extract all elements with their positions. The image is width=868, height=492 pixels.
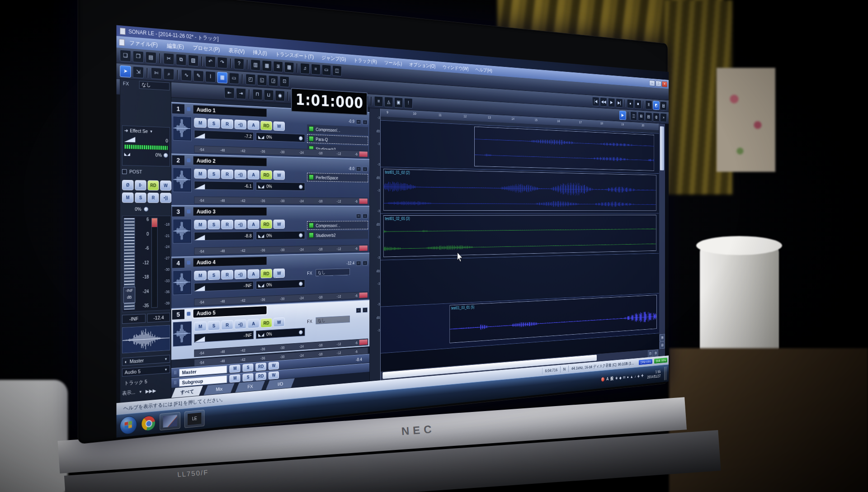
toolbar-button[interactable]: ⇥ <box>236 88 246 99</box>
toolbar-button[interactable]: ⌕ <box>164 68 175 80</box>
track-s-button[interactable]: S <box>208 270 220 280</box>
toolbar-button[interactable]: ♫ <box>300 63 310 74</box>
menu-item[interactable]: 編集(E) <box>162 42 189 51</box>
chevron-down-icon[interactable]: ▼ <box>150 129 153 133</box>
toolbar-button[interactable]: |◀ <box>592 97 599 106</box>
toolbar-button[interactable]: ◬ <box>384 97 393 108</box>
toolbar-button[interactable]: ➤ <box>120 65 131 77</box>
audio-clip[interactable] <box>474 127 654 171</box>
track-name[interactable]: Audio 1 <box>193 105 267 117</box>
inspector-button[interactable]: Ø <box>122 180 134 190</box>
toolbar-button[interactable]: ◰ <box>245 74 255 85</box>
toolbar-button[interactable]: ◉ <box>275 90 285 101</box>
track-r-button[interactable]: R <box>221 320 233 330</box>
toolbar-button[interactable]: ◀◀ <box>600 97 607 107</box>
toolbar-button[interactable]: ▩ <box>284 62 294 73</box>
track-a-button[interactable]: A <box>248 319 259 329</box>
track-name[interactable]: Audio 2 <box>193 156 267 166</box>
track-rd-button[interactable]: RD <box>260 220 272 229</box>
audio-clip[interactable]: test01_02_01 (3) <box>383 215 656 257</box>
track-w-button[interactable]: W <box>274 121 285 131</box>
track-w-button[interactable]: W <box>274 317 285 327</box>
toolbar-button[interactable]: ≡ <box>374 96 383 107</box>
minimize-fx-icon[interactable]: ─ <box>356 308 361 312</box>
track-w-button[interactable]: W <box>274 170 285 180</box>
hscroll-zoom-in[interactable]: ⊞ <box>653 350 658 356</box>
track-name[interactable]: Audio 4 <box>193 257 267 267</box>
minimize-fx-icon[interactable]: ─ <box>356 260 361 265</box>
inspector-button[interactable]: M <box>122 193 134 203</box>
fx-none-value[interactable]: なし <box>316 316 350 324</box>
track-selector[interactable]: Audio 5 ▼ <box>122 365 170 377</box>
toolbar-button[interactable]: ◍ <box>653 113 659 122</box>
tray-icon[interactable]: ♪ <box>635 374 636 378</box>
track-a-button[interactable]: A <box>248 170 259 180</box>
track-rd-button[interactable]: RD <box>260 121 272 130</box>
track-m-button[interactable]: M <box>194 169 206 178</box>
bus-s-button[interactable]: S <box>243 373 254 382</box>
ime-mode[interactable]: 般 <box>610 375 613 382</box>
pan-slider[interactable]: ◣◢0% <box>256 279 305 289</box>
restore-fx-icon[interactable]: ▫ <box>363 166 368 171</box>
pan-slider[interactable]: ◣◢0% <box>256 328 305 339</box>
menu-item[interactable]: ジャンプ(G) <box>318 54 350 63</box>
toolbar-button[interactable]: ❏ <box>120 50 131 62</box>
fx-chip[interactable]: Para-Q <box>307 134 368 145</box>
toolbar-button[interactable]: ◲ <box>269 75 278 86</box>
toolbar-button[interactable]: ▶| <box>616 98 623 108</box>
track-m-button[interactable]: M <box>194 118 206 128</box>
toolbar-button[interactable]: ▶ <box>619 111 626 120</box>
toolbar-button[interactable]: ❐ <box>133 51 144 63</box>
toolbar-button[interactable]: ⧉ <box>176 54 186 66</box>
toolbar-button[interactable]: ◩ <box>653 101 659 110</box>
inspector-pan-knob[interactable] <box>144 207 148 212</box>
minimize-button[interactable]: ─ <box>650 80 655 86</box>
volume-slider[interactable]: -6.1 <box>194 181 254 190</box>
volume-slider[interactable]: -7.2 <box>194 130 254 141</box>
restore-fx-icon[interactable]: ▫ <box>363 213 368 218</box>
toolbar-button[interactable]: ⊓ <box>253 89 263 100</box>
hscroll-zoom-out[interactable]: ⊟ <box>648 350 653 357</box>
toolbar-button[interactable]: ≣ <box>274 61 283 72</box>
taskbar-app-sonar[interactable]: LE <box>184 410 205 428</box>
zoom-out-button[interactable]: ⊟ <box>660 341 665 349</box>
toolbar-button[interactable]: ? <box>234 58 244 70</box>
toolbar-button[interactable]: ▦ <box>262 60 272 72</box>
inspector-fx-bin[interactable]: なし <box>139 81 170 90</box>
track-rd-button[interactable]: RD <box>260 170 272 180</box>
tray-icon[interactable]: ◈ <box>637 374 640 378</box>
toolbar-button[interactable]: ✄ <box>151 67 162 80</box>
vertical-scroll-thumb[interactable] <box>660 126 664 170</box>
toolbar-button[interactable]: I <box>205 71 216 83</box>
toolbar-button[interactable]: » <box>660 113 667 122</box>
inspector-button[interactable]: W <box>160 180 171 191</box>
inspector-button[interactable]: R <box>147 193 159 203</box>
taskbar-app-window[interactable] <box>160 412 180 430</box>
chrome-icon[interactable] <box>141 415 156 431</box>
track-s-button[interactable]: S <box>208 321 220 331</box>
fx-chip[interactable]: PerfectSpace <box>307 173 368 182</box>
toolbar-button[interactable]: ∿ <box>181 69 192 81</box>
minimize-fx-icon[interactable]: ─ <box>356 119 361 124</box>
track--button[interactable]: •)) <box>235 270 246 279</box>
pan-knob[interactable] <box>299 330 303 335</box>
fx-none-value[interactable]: なし <box>316 268 350 276</box>
track-r-button[interactable]: R <box>221 119 233 129</box>
toolbar-button[interactable]: ▤ <box>146 52 156 64</box>
pan-slider[interactable]: ◣◢0% <box>256 182 305 191</box>
fx-chip[interactable]: Studioverb2 <box>307 231 368 240</box>
show-desktop-button[interactable] <box>665 366 667 380</box>
menu-item[interactable]: ヘルプ(H) <box>472 66 495 74</box>
track-r-button[interactable]: R <box>221 220 233 229</box>
toolbar-button[interactable]: ⊞ <box>638 112 644 121</box>
restore-fx-icon[interactable]: ▫ <box>363 260 368 265</box>
send-pan-knob[interactable] <box>164 153 168 158</box>
toolbar-button[interactable]: ▭ <box>229 72 239 84</box>
post-checkbox[interactable] <box>122 169 127 174</box>
toolbar-button[interactable]: ⌗ <box>311 64 321 75</box>
toolbar-button[interactable]: ▣ <box>394 97 403 108</box>
bus-w-button[interactable]: W <box>269 371 279 379</box>
track--button[interactable]: •)) <box>235 119 246 129</box>
track-rd-button[interactable]: RD <box>260 318 272 328</box>
ime-alpha[interactable]: A <box>606 376 609 381</box>
